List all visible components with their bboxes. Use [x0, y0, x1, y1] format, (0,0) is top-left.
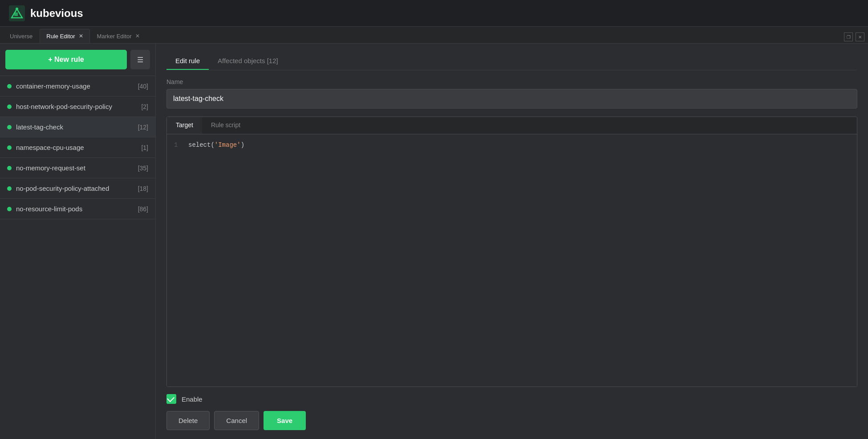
- status-dot: [7, 186, 12, 191]
- cancel-button[interactable]: Cancel: [214, 411, 259, 430]
- sidebar-toolbar: + New rule ☰: [0, 44, 155, 76]
- enable-checkbox[interactable]: [166, 394, 176, 404]
- item-count: [40]: [138, 83, 148, 90]
- item-count: [18]: [138, 185, 148, 192]
- status-dot: [7, 145, 12, 150]
- code-str-val: 'Image': [215, 141, 241, 149]
- app-title: kubevious: [30, 7, 83, 20]
- tab-target[interactable]: Target: [167, 117, 202, 134]
- menu-icon: ☰: [137, 56, 143, 64]
- item-name: namespace-cpu-usage: [16, 144, 137, 151]
- delete-button[interactable]: Delete: [166, 411, 210, 430]
- tab-universe[interactable]: Universe: [4, 29, 39, 43]
- tab-rule-editor-label: Rule Editor: [46, 33, 75, 40]
- code-content-1: select('Image'): [188, 140, 244, 151]
- line-number-1: 1: [174, 140, 181, 151]
- sidebar-item-no-memory-request-set[interactable]: no-memory-request-set [35]: [0, 158, 155, 178]
- svg-point-3: [16, 8, 18, 10]
- enable-label: Enable: [182, 395, 203, 403]
- item-name: latest-tag-check: [16, 123, 134, 131]
- sidebar: + New rule ☰ container-memory-usage [40]…: [0, 44, 156, 439]
- tab-universe-label: Universe: [10, 33, 32, 40]
- code-line-1: 1 select('Image'): [174, 140, 850, 151]
- tab-rule-script[interactable]: Rule script: [202, 117, 249, 134]
- restore-window-icon[interactable]: ❐: [844, 32, 853, 41]
- tab-edit-rule-label: Edit rule: [175, 57, 200, 64]
- code-fn-name: select(: [188, 141, 215, 149]
- tab-marker-editor-close[interactable]: ✕: [135, 33, 140, 39]
- tab-bar-tabs: Universe Rule Editor ✕ Marker Editor ✕: [4, 29, 146, 43]
- tab-edit-rule[interactable]: Edit rule: [166, 52, 209, 70]
- item-name: host-network-pod-security-policy: [16, 103, 137, 110]
- tab-affected-objects-label: Affected objects [12]: [218, 57, 278, 64]
- new-rule-button[interactable]: + New rule: [5, 50, 127, 69]
- name-input[interactable]: [166, 89, 857, 109]
- sidebar-item-latest-tag-check[interactable]: latest-tag-check [12]: [0, 117, 155, 137]
- sidebar-list: container-memory-usage [40] host-network…: [0, 76, 155, 439]
- main-layout: + New rule ☰ container-memory-usage [40]…: [0, 44, 868, 439]
- editor-tabs: Target Rule script: [167, 117, 857, 134]
- sidebar-item-container-memory-usage[interactable]: container-memory-usage [40]: [0, 76, 155, 97]
- tab-marker-editor[interactable]: Marker Editor ✕: [91, 29, 146, 43]
- enable-row: Enable: [166, 394, 857, 404]
- sidebar-item-no-pod-security-policy-attached[interactable]: no-pod-security-policy-attached [18]: [0, 178, 155, 199]
- tab-rule-script-label: Rule script: [211, 121, 240, 129]
- item-count: [12]: [138, 124, 148, 131]
- item-name: no-resource-limit-pods: [16, 205, 134, 213]
- sidebar-item-namespace-cpu-usage[interactable]: namespace-cpu-usage [1]: [0, 137, 155, 158]
- editor-container: Target Rule script 1 select('Image'): [166, 117, 857, 387]
- sidebar-item-no-resource-limit-pods[interactable]: no-resource-limit-pods [86]: [0, 199, 155, 219]
- item-name: no-memory-request-set: [16, 164, 134, 172]
- status-dot: [7, 105, 12, 109]
- tab-bar: Universe Rule Editor ✕ Marker Editor ✕ ❐…: [0, 27, 868, 44]
- code-fn-close: ): [241, 141, 244, 149]
- name-field-label: Name: [166, 78, 857, 85]
- item-name: container-memory-usage: [16, 82, 134, 90]
- item-count: [35]: [138, 165, 148, 172]
- header: kubevious: [0, 0, 868, 27]
- item-count: [86]: [138, 205, 148, 213]
- logo: kubevious: [9, 5, 83, 21]
- svg-rect-2: [14, 12, 18, 16]
- item-count: [2]: [141, 103, 148, 110]
- status-dot: [7, 166, 12, 170]
- tab-rule-editor-close[interactable]: ✕: [79, 33, 83, 39]
- save-button[interactable]: Save: [264, 411, 306, 430]
- tab-target-label: Target: [176, 121, 193, 129]
- sidebar-menu-button[interactable]: ☰: [130, 50, 150, 69]
- sidebar-item-host-network-pod-security-policy[interactable]: host-network-pod-security-policy [2]: [0, 97, 155, 117]
- action-buttons: Delete Cancel Save: [166, 411, 857, 430]
- kubevious-icon: [9, 5, 25, 21]
- item-count: [1]: [141, 144, 148, 151]
- tab-marker-editor-label: Marker Editor: [97, 33, 132, 40]
- tab-affected-objects[interactable]: Affected objects [12]: [209, 52, 287, 70]
- content-area: Edit rule Affected objects [12] Name Tar…: [156, 44, 868, 439]
- tab-bar-actions: ❐ ✕: [844, 32, 864, 43]
- editor-body[interactable]: 1 select('Image'): [167, 134, 857, 387]
- tab-rule-editor[interactable]: Rule Editor ✕: [40, 29, 89, 43]
- status-dot: [7, 84, 12, 89]
- status-dot: [7, 125, 12, 129]
- status-dot: [7, 207, 12, 211]
- close-window-icon[interactable]: ✕: [856, 32, 864, 41]
- content-tabs: Edit rule Affected objects [12]: [166, 52, 857, 70]
- item-name: no-pod-security-policy-attached: [16, 185, 134, 192]
